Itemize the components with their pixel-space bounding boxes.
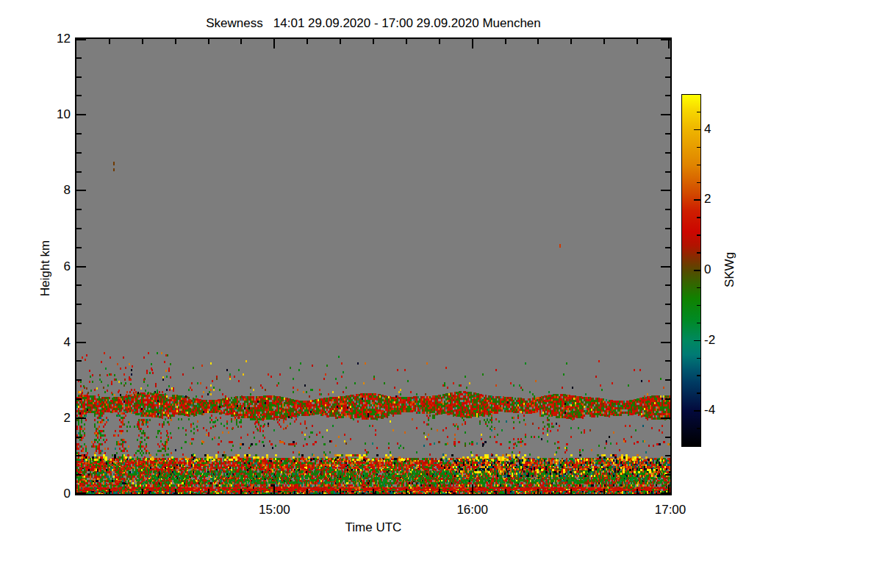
x-minor-tick	[373, 489, 374, 494]
x-minor-tick	[537, 489, 539, 494]
y-minor-tick	[76, 360, 82, 362]
y-major-tick	[76, 39, 86, 40]
colorbar-tick-label: 2	[704, 192, 736, 207]
y-major-tick	[661, 417, 670, 419]
colorbar-minor-tick	[697, 323, 700, 324]
x-minor-tick	[406, 489, 407, 494]
x-minor-tick	[406, 39, 407, 44]
x-minor-tick	[208, 39, 209, 44]
x-minor-tick	[603, 39, 605, 44]
x-major-tick	[273, 39, 275, 49]
y-major-tick	[76, 114, 86, 115]
y-minor-tick	[665, 455, 670, 456]
colorbar-tick-label: -4	[704, 403, 736, 417]
chart-title: Skewness 14:01 29.09.2020 - 17:00 29.09.…	[79, 16, 667, 31]
y-minor-tick	[76, 398, 82, 400]
y-major-tick	[76, 266, 86, 268]
colorbar-minor-tick	[697, 147, 700, 148]
colorbar-minor-tick	[697, 217, 700, 218]
y-minor-tick	[665, 360, 670, 362]
y-minor-tick	[76, 455, 82, 456]
x-minor-tick	[240, 39, 242, 44]
y-minor-tick	[665, 57, 670, 59]
y-major-tick	[661, 492, 670, 494]
y-minor-tick	[76, 437, 82, 438]
x-minor-tick	[373, 39, 374, 44]
y-major-tick	[661, 266, 670, 268]
x-minor-tick	[142, 489, 143, 494]
x-minor-tick	[637, 39, 638, 44]
colorbar-major-tick	[694, 270, 700, 271]
x-minor-tick	[340, 489, 341, 494]
x-minor-tick	[306, 489, 308, 494]
colorbar-title-text: SKWg	[723, 252, 737, 287]
x-axis-title: Time UTC	[329, 520, 417, 535]
y-minor-tick	[76, 171, 82, 173]
x-minor-tick	[637, 489, 638, 494]
y-tick-label: 12	[29, 32, 71, 46]
x-tick-label: 17:00	[637, 503, 703, 517]
x-minor-tick	[175, 39, 176, 44]
colorbar-minor-tick	[697, 165, 700, 166]
colorbar-minor-tick	[697, 252, 700, 254]
colorbar-major-tick	[694, 129, 700, 131]
y-tick-label: 2	[29, 411, 71, 426]
y-minor-tick	[76, 76, 82, 78]
y-major-tick	[661, 342, 670, 343]
x-minor-tick	[109, 39, 110, 44]
y-minor-tick	[665, 95, 670, 96]
y-minor-tick	[665, 379, 670, 381]
colorbar	[681, 94, 701, 447]
x-major-tick	[472, 39, 473, 49]
x-minor-tick	[208, 489, 209, 494]
y-minor-tick	[76, 228, 82, 229]
x-minor-tick	[240, 489, 242, 494]
y-minor-tick	[76, 133, 82, 135]
x-minor-tick	[570, 489, 572, 494]
y-minor-tick	[76, 379, 82, 381]
y-major-tick	[76, 190, 86, 191]
colorbar-minor-tick	[697, 234, 700, 236]
y-minor-tick	[76, 57, 82, 59]
x-minor-tick	[603, 489, 605, 494]
x-minor-tick	[505, 489, 506, 494]
y-tick-label: 8	[29, 183, 71, 198]
y-minor-tick	[665, 171, 670, 173]
colorbar-minor-tick	[697, 182, 700, 184]
colorbar-major-tick	[694, 199, 700, 201]
colorbar-minor-tick	[697, 287, 700, 289]
y-minor-tick	[76, 209, 82, 210]
colorbar-major-tick	[694, 340, 700, 342]
colorbar-minor-tick	[697, 358, 700, 359]
y-minor-tick	[665, 437, 670, 438]
y-minor-tick	[665, 284, 670, 286]
y-minor-tick	[76, 284, 82, 286]
y-minor-tick	[665, 209, 670, 210]
plot-area	[75, 37, 672, 495]
x-tick-label: 15:00	[241, 503, 307, 517]
y-minor-tick	[76, 323, 82, 324]
y-major-tick	[76, 492, 86, 494]
x-minor-tick	[505, 39, 506, 44]
y-major-tick	[76, 417, 86, 419]
y-minor-tick	[665, 76, 670, 78]
y-minor-tick	[665, 228, 670, 229]
x-minor-tick	[306, 39, 308, 44]
y-minor-tick	[665, 323, 670, 324]
y-tick-label: 0	[29, 487, 71, 501]
y-major-tick	[661, 39, 670, 40]
colorbar-minor-tick	[697, 112, 700, 113]
y-minor-tick	[665, 304, 670, 305]
y-minor-tick	[76, 95, 82, 96]
x-minor-tick	[340, 39, 341, 44]
y-major-tick	[661, 190, 670, 191]
x-minor-tick	[570, 39, 572, 44]
y-major-tick	[661, 114, 670, 115]
y-minor-tick	[76, 247, 82, 248]
y-axis-title-text: Height km	[38, 240, 53, 297]
y-tick-label: 10	[29, 107, 71, 122]
y-major-tick	[76, 342, 86, 343]
x-minor-tick	[175, 489, 176, 494]
colorbar-minor-tick	[697, 392, 700, 394]
colorbar-tick-label: 4	[704, 122, 736, 137]
